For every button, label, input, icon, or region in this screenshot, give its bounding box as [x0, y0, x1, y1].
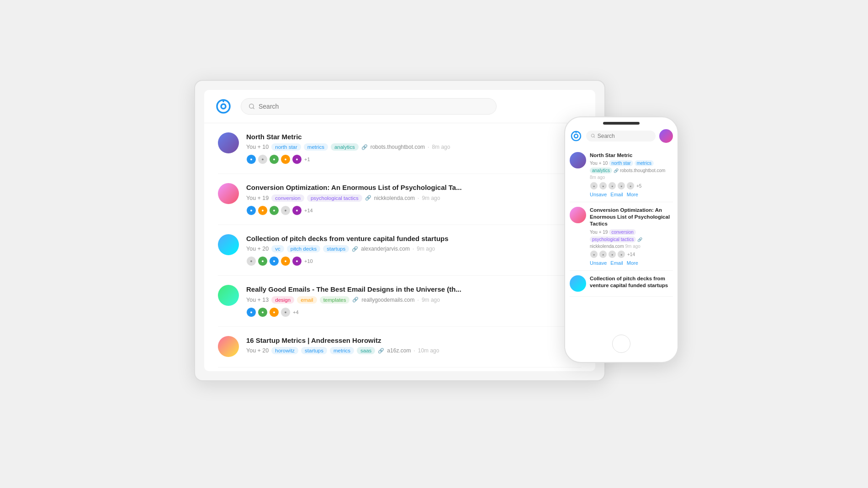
- item-1-meta: You + 10 north star metrics analytics 🔗 …: [246, 143, 582, 151]
- mini-av-4-2: ●: [258, 307, 268, 317]
- item-1-link[interactable]: robots.thoughtbot.com: [370, 144, 425, 150]
- app-logo[interactable]: [215, 98, 232, 115]
- item-2-tag-1[interactable]: psychological tactics: [307, 194, 362, 202]
- laptop-header: [204, 90, 595, 123]
- mini-av-3-1: ●: [246, 256, 256, 266]
- phone-item-2-actions[interactable]: Unsave Email More: [590, 260, 673, 266]
- avatar-5: [218, 336, 239, 357]
- item-4-tag-1[interactable]: email: [297, 296, 317, 304]
- item-5-tag-0[interactable]: horowitz: [271, 347, 298, 354]
- feed-item-4: Really Good Emails - The Best Email Desi…: [218, 276, 582, 327]
- item-2-tag-0[interactable]: conversion: [271, 194, 304, 202]
- phone-email-1[interactable]: Email: [610, 192, 623, 197]
- phone-item-3-content: Collection of pitch decks from venture c…: [590, 275, 673, 292]
- item-4-extra-count: +4: [293, 310, 299, 315]
- item-4-tag-0[interactable]: design: [271, 296, 294, 304]
- phone-unsave-1[interactable]: Unsave: [590, 192, 607, 197]
- item-3-timestamp: 9m ago: [417, 246, 435, 252]
- phone-item-1-title: North Star Metric: [590, 152, 673, 159]
- item-4-meta: You + 13 design email templates 🔗 really…: [246, 296, 582, 304]
- item-4-count: You + 13: [246, 297, 269, 303]
- mini-av-3-5: ●: [292, 256, 302, 266]
- link-icon-4: 🔗: [352, 297, 359, 303]
- search-input[interactable]: [259, 103, 489, 110]
- item-1-avatars: ● ● ● ● ● +1: [246, 154, 582, 164]
- item-3-extra-count: +10: [304, 258, 313, 264]
- phone-more-1[interactable]: More: [627, 192, 638, 197]
- item-2-extra-count: +14: [304, 208, 313, 213]
- phone-item-1-extra: +5: [636, 184, 641, 189]
- phone-home-button[interactable]: [612, 335, 630, 353]
- phone-avatar-2: [570, 207, 586, 223]
- item-5-tag-1[interactable]: startups: [301, 347, 327, 354]
- feed-item-5: 16 Startup Metrics | Andreessen Horowitz…: [218, 327, 582, 368]
- phone-mini-av-1-2: ●: [599, 182, 607, 190]
- phone-item-1-tag-1[interactable]: metrics: [635, 160, 654, 166]
- avatar-3: [218, 234, 239, 255]
- feed-item-1: North Star Metric You + 10 north star me…: [218, 123, 582, 174]
- link-icon-2: 🔗: [365, 195, 371, 201]
- phone-user-avatar[interactable]: [659, 129, 673, 143]
- item-1-tag-0[interactable]: north star: [271, 143, 301, 151]
- phone-item-1-tag-2[interactable]: analytics: [590, 168, 612, 173]
- item-4-tag-2[interactable]: templates: [320, 296, 350, 304]
- mini-av-4-1: ●: [246, 307, 256, 317]
- phone-item-2-link[interactable]: nickkolenda.com: [590, 244, 624, 249]
- item-4-time: ·: [418, 297, 419, 303]
- phone-mini-av-1-5: ●: [626, 182, 635, 190]
- phone-item-2-avatars: ● ● ● ● +14: [590, 250, 673, 258]
- phone-search-input[interactable]: [598, 133, 651, 139]
- mini-av-1-3: ●: [269, 154, 279, 164]
- link-icon-3: 🔗: [352, 246, 358, 252]
- svg-line-5: [253, 107, 254, 109]
- item-3-tag-2[interactable]: startups: [323, 245, 349, 252]
- phone-mini-av-1-4: ●: [617, 182, 625, 190]
- phone-item-1-actions[interactable]: Unsave Email More: [590, 192, 673, 197]
- item-2-link[interactable]: nickkolenda.com: [374, 195, 415, 201]
- phone-search-bar[interactable]: [586, 131, 656, 142]
- item-1-tag-2[interactable]: analytics: [331, 143, 359, 151]
- item-4-content: Really Good Emails - The Best Email Desi…: [246, 285, 582, 317]
- phone-feed-item-3: Collection of pitch decks from venture c…: [570, 271, 673, 297]
- item-3-tag-0[interactable]: vc: [271, 245, 284, 252]
- phone-device: North Star Metric You + 10 north star me…: [564, 116, 678, 363]
- desktop-search-bar[interactable]: [241, 98, 497, 115]
- item-4-timestamp: 9m ago: [422, 297, 440, 303]
- phone-item-2-tag-1[interactable]: psychological tactics: [590, 236, 636, 242]
- phone-header: [570, 129, 673, 143]
- phone-item-1-tag-0[interactable]: north star: [609, 160, 633, 166]
- item-5-tag-3[interactable]: saas: [357, 347, 375, 354]
- mini-av-1-5: ●: [292, 154, 302, 164]
- item-3-time: ·: [413, 246, 414, 252]
- phone-email-2[interactable]: Email: [610, 260, 623, 266]
- item-3-link[interactable]: alexanderjarvis.com: [361, 246, 410, 252]
- phone-item-1-link[interactable]: robots.thoughtbot.com: [620, 168, 666, 173]
- item-3-tag-1[interactable]: pitch decks: [287, 245, 321, 252]
- phone-item-2-meta-2: psychological tactics 🔗: [590, 236, 673, 242]
- item-4-link[interactable]: reallygoodemails.com: [361, 297, 414, 303]
- phone-item-2-time: 9m ago: [625, 244, 640, 249]
- phone-unsave-2[interactable]: Unsave: [590, 260, 607, 266]
- item-5-link[interactable]: a16z.com: [387, 347, 411, 354]
- phone-more-2[interactable]: More: [627, 260, 638, 266]
- item-3-meta: You + 20 vc pitch decks startups 🔗 alexa…: [246, 245, 582, 252]
- phone-item-1-avatars: ● ● ● ● ● +5: [590, 182, 673, 190]
- item-1-tag-1[interactable]: metrics: [304, 143, 328, 151]
- item-2-time: ·: [418, 195, 419, 201]
- phone-item-2-title: Conversion Optimization: An Enormous Lis…: [590, 207, 673, 227]
- link-icon-5: 🔗: [378, 348, 384, 354]
- item-3-content: Collection of pitch decks from venture c…: [246, 234, 582, 267]
- phone-app-logo[interactable]: [570, 130, 582, 142]
- mini-av-1-1: ●: [246, 154, 256, 164]
- svg-line-11: [594, 136, 595, 137]
- mini-av-2-5: ●: [292, 205, 302, 215]
- item-3-avatars: ● ● ● ● ● +10: [246, 256, 582, 266]
- item-2-avatars: ● ● ● ● ● +14: [246, 205, 582, 215]
- item-5-tag-2[interactable]: metrics: [330, 347, 354, 354]
- desktop-feed: North Star Metric You + 10 north star me…: [204, 123, 595, 371]
- phone-link-icon-2: 🔗: [637, 237, 642, 242]
- phone-item-2-tag-0[interactable]: conversion: [609, 229, 635, 235]
- phone-item-1-content: North Star Metric You + 10 north star me…: [590, 152, 673, 198]
- mini-av-3-2: ●: [258, 256, 268, 266]
- search-icon: [249, 103, 255, 110]
